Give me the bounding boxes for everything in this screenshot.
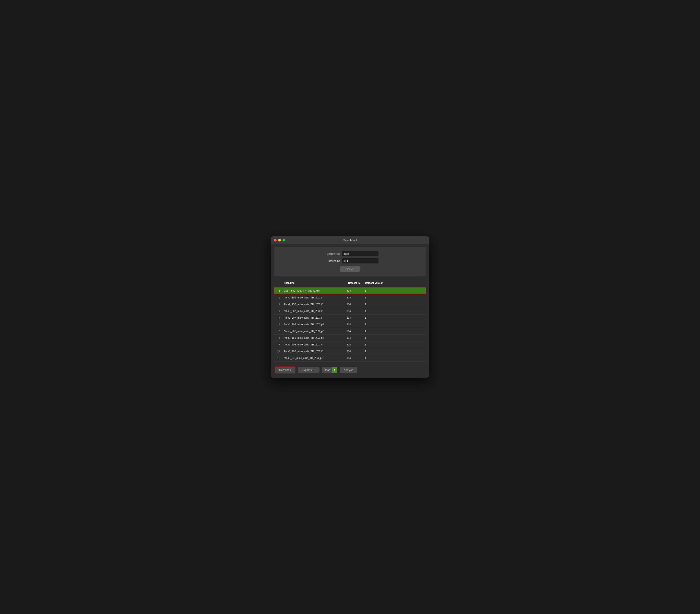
cell-filename: Atria3_207_mice_atria_TH_20X.tif [282, 315, 345, 321]
window-title: Search tool [343, 238, 357, 242]
table-row[interactable]: 3 Atria2_155_mice_atria_TH_20X.tif 314 1 [274, 301, 426, 308]
row-num: 9 [274, 341, 282, 348]
file-label: Search file: [322, 252, 340, 255]
table-row[interactable]: 9 Atria1_208_mice_atria_TH_20X.tif 314 1 [274, 341, 426, 348]
table-row[interactable]: 2 Atria2_155_mice_atria_TH_20X.tif 314 1 [274, 294, 426, 301]
cell-version: 1 [363, 287, 426, 294]
file-row: Search file: [282, 251, 418, 256]
search-button[interactable]: Search [340, 266, 360, 272]
cell-filename: Atria2_155_mice_atria_TH_20X.tif [282, 301, 345, 308]
traffic-lights [274, 239, 285, 242]
dataset-id-input[interactable] [342, 258, 378, 263]
table-row[interactable]: 11 Atria6_C6_mice_atria_TH_20X.jp2 314 1 [274, 355, 426, 361]
cell-filename: Atria1_208_mice_atria_TH_20X.jp2 [282, 321, 345, 328]
header-filename: Filename [282, 281, 345, 285]
table-row[interactable]: 1 208_mice_atria_TH_tracing.xml 314 1 [274, 287, 426, 294]
cell-dataset-id: 314 [345, 308, 363, 314]
row-num: 7 [274, 328, 282, 334]
cell-filename: Atria6_C6_mice_atria_TH_20X.jp2 [282, 355, 345, 361]
row-num: 1 [274, 287, 283, 294]
chevron-updown-icon[interactable]: ⬍ [332, 367, 337, 373]
cell-filename: 208_mice_atria_TH_tracing.xml [283, 287, 345, 294]
row-num: 6 [274, 321, 282, 328]
cell-dataset-id: 314 [345, 321, 363, 328]
table-row[interactable]: 8 Atria2_155_mice_atria_TH_20X.jp2 314 1 [274, 335, 426, 341]
table-row[interactable]: 6 Atria1_208_mice_atria_TH_20X.jp2 314 1 [274, 321, 426, 328]
row-num: 3 [274, 301, 282, 308]
cell-filename: Atria2_155_mice_atria_TH_20X.tif [282, 294, 345, 301]
maximize-button[interactable] [283, 239, 285, 242]
search-file-input[interactable] [342, 251, 378, 256]
cell-version: 1 [363, 355, 426, 361]
cell-version: 1 [363, 301, 426, 308]
cell-version: 1 [363, 308, 426, 314]
header-num [274, 281, 282, 285]
window-content: Search file: Dataset ID: Search Filename… [271, 244, 429, 378]
organ-dropdown[interactable]: heart brain lung [322, 367, 332, 373]
cell-version: 1 [363, 348, 426, 355]
organ-dropdown-container: heart brain lung ⬍ [322, 367, 337, 373]
cell-filename: Atria1_208_mice_atria_TH_20X.tif [282, 348, 345, 355]
header-dataset-version: Dataset Version [363, 281, 426, 285]
header-dataset-id: Dataset ID [345, 281, 363, 285]
results-table: Filename Dataset ID Dataset Version 1 20… [274, 279, 426, 361]
cell-filename: Atria3_207_mice_atria_TH_20X.jp2 [282, 328, 345, 334]
title-bar: Search tool [271, 236, 429, 244]
cell-version: 1 [363, 321, 426, 328]
bottom-bar: Download Export VTK heart brain lung ⬍ A… [274, 365, 426, 374]
row-num: 11 [274, 355, 282, 361]
cell-dataset-id: 314 [345, 294, 363, 301]
search-panel: Search file: Dataset ID: Search [274, 247, 426, 276]
minimize-button[interactable] [278, 239, 281, 242]
download-button[interactable]: Download [275, 366, 296, 373]
cell-dataset-id: 314 [345, 348, 363, 355]
cell-filename: Atria1_208_mice_atria_TH_20X.tif [282, 341, 345, 348]
close-button[interactable] [274, 239, 277, 242]
row-num: 5 [274, 315, 282, 321]
cell-version: 1 [363, 315, 426, 321]
table-row[interactable]: 10 Atria1_208_mice_atria_TH_20X.tif 314 … [274, 348, 426, 355]
table-row[interactable]: 5 Atria3_207_mice_atria_TH_20X.tif 314 1 [274, 315, 426, 321]
row-num: 4 [274, 308, 282, 314]
cell-filename: Atria2_155_mice_atria_TH_20X.jp2 [282, 335, 345, 341]
cell-dataset-id: 314 [345, 341, 363, 348]
cell-dataset-id: 314 [345, 328, 363, 334]
cell-dataset-id: 314 [345, 301, 363, 308]
dataset-label: Dataset ID: [322, 259, 340, 262]
dataset-row: Dataset ID: [282, 258, 418, 263]
cell-dataset-id: 314 [345, 315, 363, 321]
cell-filename: Atria3_207_mice_atria_TH_20X.tif [282, 308, 345, 314]
table-header: Filename Dataset ID Dataset Version [274, 279, 426, 287]
row-num: 8 [274, 335, 282, 341]
cell-dataset-id: 314 [345, 355, 363, 361]
export-vtk-button[interactable]: Export VTK [298, 367, 320, 373]
search-button-row: Search [282, 266, 418, 272]
cell-version: 1 [363, 341, 426, 348]
cell-version: 1 [363, 294, 426, 301]
analyse-button[interactable]: Analyse [340, 367, 357, 373]
cell-version: 1 [363, 335, 426, 341]
table-row[interactable]: 4 Atria3_207_mice_atria_TH_20X.tif 314 1 [274, 308, 426, 315]
table-row[interactable]: 7 Atria3_207_mice_atria_TH_20X.jp2 314 1 [274, 328, 426, 335]
app-window: Search tool Search file: Dataset ID: Sea… [271, 236, 429, 378]
row-num: 2 [274, 294, 282, 301]
cell-dataset-id: 314 [345, 287, 363, 294]
row-num: 10 [274, 348, 282, 355]
cell-version: 1 [363, 328, 426, 334]
cell-dataset-id: 314 [345, 335, 363, 341]
